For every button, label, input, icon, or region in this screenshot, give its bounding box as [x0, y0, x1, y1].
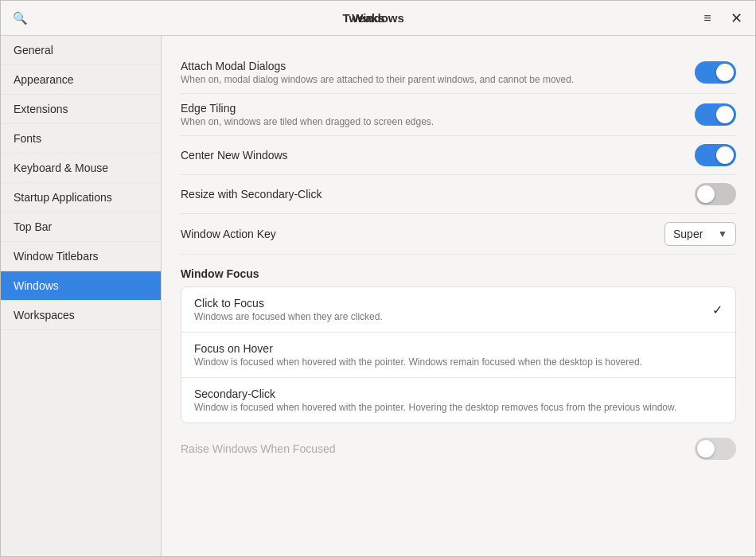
sidebar-item-workspaces[interactable]: Workspaces: [1, 301, 161, 330]
setting-raise-windows: Raise Windows When Focused: [181, 430, 736, 468]
sidebar-item-window-titlebars[interactable]: Window Titlebars: [1, 242, 161, 271]
setting-center-new-windows: Center New Windows: [181, 136, 736, 175]
setting-resize-secondary: Resize with Secondary-Click: [181, 175, 736, 214]
attach-modal-dialogs-desc: When on, modal dialog windows are attach…: [181, 74, 695, 85]
content-area: General Appearance Extensions Fonts Keyb…: [1, 36, 755, 556]
sidebar-item-startup-applications[interactable]: Startup Applications: [1, 183, 161, 212]
search-button[interactable]: 🔍: [7, 6, 33, 31]
click-to-focus-checkmark: ✓: [712, 302, 723, 317]
focus-option-secondary-click[interactable]: Secondary-Click Window is focused when h…: [181, 378, 735, 423]
setting-edge-tiling: Edge Tiling When on, windows are tiled w…: [181, 94, 736, 136]
menu-icon: ≡: [703, 11, 711, 25]
focus-option-click-to-focus[interactable]: Click to Focus Windows are focused when …: [181, 287, 735, 333]
center-new-windows-toggle[interactable]: [695, 144, 736, 166]
close-button[interactable]: ✕: [723, 6, 749, 31]
center-new-windows-title: Center New Windows: [181, 149, 695, 162]
click-to-focus-title: Click to Focus: [194, 297, 706, 310]
setting-window-action-key: Window Action Key Super ▼: [181, 214, 736, 255]
sidebar-item-windows[interactable]: Windows: [1, 271, 161, 301]
edge-tiling-title: Edge Tiling: [181, 102, 695, 115]
sidebar-item-general[interactable]: General: [1, 36, 161, 65]
dropdown-value: Super: [673, 228, 703, 240]
close-icon: ✕: [731, 10, 742, 27]
resize-secondary-toggle[interactable]: [695, 183, 736, 205]
raise-windows-title: Raise Windows When Focused: [181, 442, 695, 455]
titlebar: 🔍 Tweaks ≡ Windows ✕: [1, 1, 755, 36]
focus-options-group: Click to Focus Windows are focused when …: [181, 286, 736, 423]
sidebar-item-fonts[interactable]: Fonts: [1, 124, 161, 154]
chevron-down-icon: ▼: [718, 228, 727, 240]
window-action-key-dropdown[interactable]: Super ▼: [664, 222, 736, 246]
edge-tiling-desc: When on, windows are tiled when dragged …: [181, 116, 695, 127]
focus-option-focus-on-hover[interactable]: Focus on Hover Window is focused when ho…: [181, 333, 735, 378]
secondary-click-desc: Window is focused when hovered with the …: [194, 402, 723, 413]
edge-tiling-toggle[interactable]: [695, 103, 736, 126]
secondary-click-title: Secondary-Click: [194, 388, 723, 400]
setting-attach-modal-dialogs: Attach Modal Dialogs When on, modal dial…: [181, 52, 736, 94]
resize-secondary-title: Resize with Secondary-Click: [181, 188, 695, 201]
focus-on-hover-desc: Window is focused when hovered with the …: [194, 356, 723, 368]
attach-modal-dialogs-toggle[interactable]: [695, 61, 736, 84]
sidebar-item-appearance[interactable]: Appearance: [1, 65, 161, 95]
click-to-focus-desc: Windows are focused when they are clicke…: [194, 311, 706, 322]
window-focus-section-header: Window Focus: [181, 255, 736, 286]
app-title: Tweaks: [33, 11, 695, 25]
app-window: 🔍 Tweaks ≡ Windows ✕ General Appearance …: [0, 0, 756, 557]
sidebar-item-keyboard-mouse[interactable]: Keyboard & Mouse: [1, 154, 161, 183]
sidebar: General Appearance Extensions Fonts Keyb…: [1, 36, 162, 556]
main-panel: Attach Modal Dialogs When on, modal dial…: [162, 36, 755, 556]
menu-button[interactable]: ≡: [695, 6, 720, 31]
window-action-key-title: Window Action Key: [181, 228, 664, 240]
sidebar-item-top-bar[interactable]: Top Bar: [1, 212, 161, 242]
search-icon: 🔍: [13, 11, 28, 25]
sidebar-item-extensions[interactable]: Extensions: [1, 95, 161, 124]
raise-windows-toggle[interactable]: [695, 438, 736, 460]
attach-modal-dialogs-title: Attach Modal Dialogs: [181, 60, 695, 72]
focus-on-hover-title: Focus on Hover: [194, 342, 723, 355]
